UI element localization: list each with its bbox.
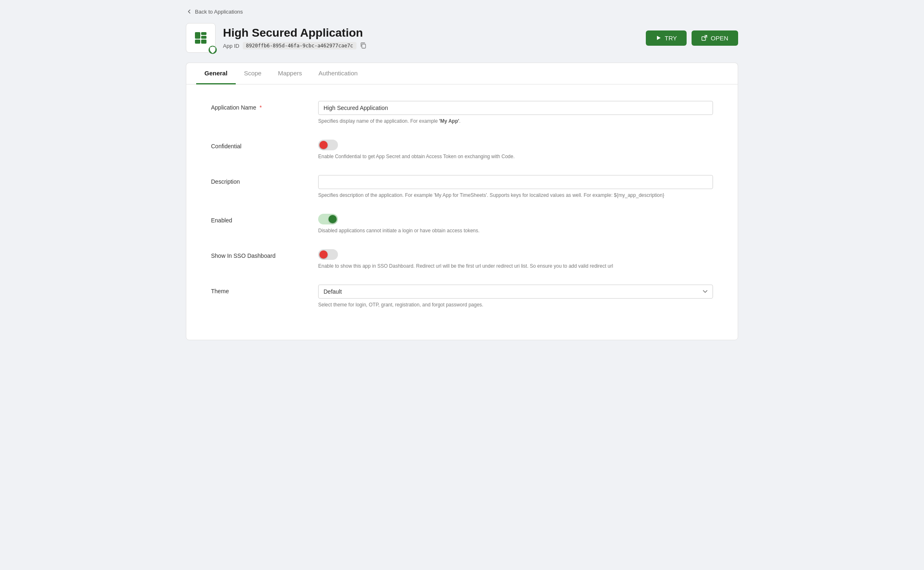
header-actions: TRY OPEN: [646, 30, 738, 46]
enabled-hint: Disabled applications cannot initiate a …: [318, 227, 713, 234]
try-play-icon: [656, 35, 661, 41]
open-external-icon: [701, 35, 707, 41]
form-row-app-name: Application Name * Specifies display nam…: [211, 101, 713, 125]
required-star: *: [260, 104, 262, 111]
app-id-label: App ID: [223, 43, 239, 49]
tab-mappers[interactable]: Mappers: [270, 63, 310, 84]
form-row-description: Description Specifies description of the…: [211, 175, 713, 199]
tab-scope[interactable]: Scope: [236, 63, 270, 84]
enabled-toggle[interactable]: [318, 214, 338, 224]
show-sso-toggle-knob: [319, 250, 328, 259]
shield-badge: [209, 46, 217, 54]
app-id-row: App ID 8920ffb6-895d-46fa-9cbc-a462977ca…: [223, 42, 366, 50]
app-name-input[interactable]: [318, 101, 713, 115]
confidential-label: Confidential: [211, 140, 318, 150]
confidential-toggle-wrapper: [318, 140, 713, 150]
svg-marker-6: [657, 36, 661, 40]
back-link-label: Back to Applications: [195, 9, 243, 15]
confidential-toggle-knob: [319, 141, 328, 149]
form-row-theme: Theme Default Dark Light Custom Select t…: [211, 285, 713, 308]
app-icon: [186, 23, 216, 53]
form-row-confidential: Confidential Enable Confidential to get …: [211, 140, 713, 160]
svg-rect-2: [201, 36, 206, 39]
tab-authentication[interactable]: Authentication: [310, 63, 366, 84]
confidential-toggle[interactable]: [318, 140, 338, 150]
app-icon-svg: [193, 30, 208, 45]
svg-rect-1: [201, 32, 206, 35]
svg-rect-0: [195, 32, 200, 39]
enabled-field: Disabled applications cannot initiate a …: [318, 214, 713, 234]
app-title: High Secured Application: [223, 26, 366, 40]
app-id-value: 8920ffb6-895d-46fa-9cbc-a462977cae7c: [243, 42, 356, 49]
show-sso-toggle[interactable]: [318, 249, 338, 260]
theme-hint: Select theme for login, OTP, grant, regi…: [318, 301, 713, 308]
app-name-label: Application Name *: [211, 101, 318, 111]
description-label: Description: [211, 175, 318, 185]
form-row-enabled: Enabled Disabled applications cannot ini…: [211, 214, 713, 234]
show-sso-field: Enable to show this app in SSO Dashboard…: [318, 249, 713, 270]
confidential-field: Enable Confidential to get App Secret an…: [318, 140, 713, 160]
app-info: High Secured Application App ID 8920ffb6…: [223, 26, 366, 50]
app-header: High Secured Application App ID 8920ffb6…: [186, 23, 738, 53]
enabled-label: Enabled: [211, 214, 318, 224]
content-panel: Application Name * Specifies display nam…: [186, 84, 738, 340]
svg-rect-4: [201, 40, 206, 44]
tabs: General Scope Mappers Authentication: [196, 63, 728, 84]
description-hint: Specifies description of the application…: [318, 192, 713, 199]
description-field: Specifies description of the application…: [318, 175, 713, 199]
app-name-hint: Specifies display name of the applicatio…: [318, 117, 713, 125]
description-input[interactable]: [318, 175, 713, 189]
enabled-toggle-wrapper: [318, 214, 713, 224]
tab-general[interactable]: General: [196, 63, 236, 84]
copy-icon[interactable]: [360, 42, 366, 50]
enabled-toggle-knob: [328, 215, 337, 223]
theme-field: Default Dark Light Custom Select theme f…: [318, 285, 713, 308]
back-arrow-icon: [186, 8, 192, 15]
try-button-label: TRY: [665, 35, 677, 42]
svg-rect-5: [362, 44, 366, 48]
tabs-container: General Scope Mappers Authentication: [186, 63, 738, 84]
open-button[interactable]: OPEN: [692, 30, 738, 46]
form-row-show-sso: Show In SSO Dashboard Enable to show thi…: [211, 249, 713, 270]
app-name-field: Specifies display name of the applicatio…: [318, 101, 713, 125]
show-sso-toggle-wrapper: [318, 249, 713, 260]
try-button[interactable]: TRY: [646, 30, 687, 46]
app-header-left: High Secured Application App ID 8920ffb6…: [186, 23, 366, 53]
svg-rect-3: [195, 40, 200, 44]
theme-select[interactable]: Default Dark Light Custom: [318, 285, 713, 299]
open-button-label: OPEN: [711, 35, 728, 42]
theme-label: Theme: [211, 285, 318, 294]
confidential-hint: Enable Confidential to get App Secret an…: [318, 153, 713, 160]
show-sso-label: Show In SSO Dashboard: [211, 249, 318, 259]
show-sso-hint: Enable to show this app in SSO Dashboard…: [318, 262, 713, 270]
back-to-applications-link[interactable]: Back to Applications: [186, 8, 738, 15]
